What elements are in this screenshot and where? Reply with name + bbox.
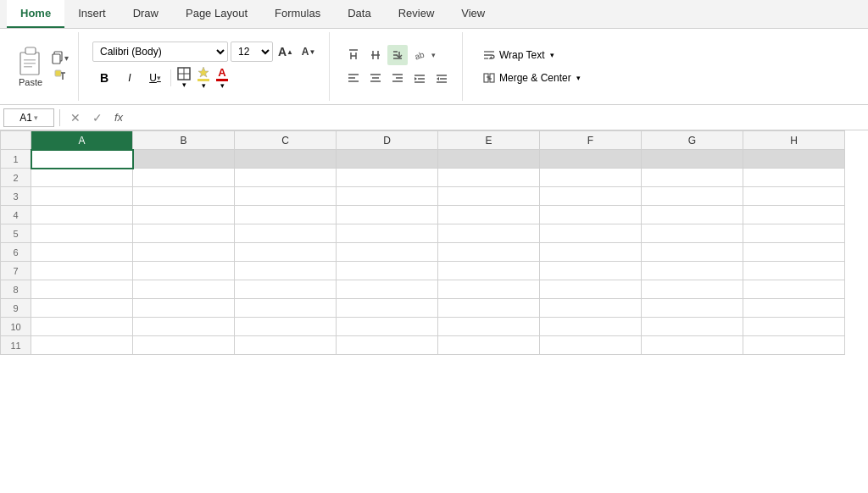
row-num-2[interactable]: 2 — [1, 169, 31, 187]
copy-button[interactable]: ▾ — [48, 49, 71, 66]
cell-E8[interactable] — [438, 280, 540, 299]
merge-center-button[interactable]: Merge & Center ▾ — [476, 68, 587, 88]
align-middle-button[interactable] — [365, 45, 386, 65]
cell-C10[interactable] — [235, 318, 337, 336]
format-painter-button[interactable] — [48, 67, 71, 84]
cell-B10[interactable] — [133, 318, 235, 336]
row-num-6[interactable]: 6 — [1, 243, 31, 262]
align-bottom-button[interactable] — [387, 45, 408, 65]
cell-G9[interactable] — [642, 299, 743, 318]
cell-G7[interactable] — [642, 262, 743, 280]
tab-review[interactable]: Review — [385, 0, 448, 28]
cell-D1[interactable] — [337, 150, 438, 169]
cell-A6[interactable] — [31, 243, 133, 262]
row-num-11[interactable]: 11 — [1, 336, 31, 355]
cell-H8[interactable] — [743, 280, 845, 299]
fill-color-button[interactable]: ▾ — [195, 64, 212, 91]
col-header-a[interactable]: A — [31, 131, 133, 150]
cell-E10[interactable] — [438, 318, 540, 336]
cell-F7[interactable] — [540, 262, 642, 280]
align-right-button[interactable] — [387, 68, 408, 88]
cell-C1[interactable] — [235, 150, 337, 169]
cell-G10[interactable] — [642, 318, 743, 336]
align-left-button[interactable] — [343, 68, 364, 88]
cell-C11[interactable] — [235, 336, 337, 355]
cell-B6[interactable] — [133, 243, 235, 262]
row-num-4[interactable]: 4 — [1, 206, 31, 224]
cell-F6[interactable] — [540, 243, 642, 262]
cell-D6[interactable] — [337, 243, 438, 262]
cell-B3[interactable] — [133, 187, 235, 206]
cell-E9[interactable] — [438, 299, 540, 318]
cell-D3[interactable] — [337, 187, 438, 206]
cell-E3[interactable] — [438, 187, 540, 206]
cell-D8[interactable] — [337, 280, 438, 299]
cell-E1[interactable] — [438, 150, 540, 169]
cell-E11[interactable] — [438, 336, 540, 355]
cell-E7[interactable] — [438, 262, 540, 280]
font-name-select[interactable]: Calibri (Body) Arial Times New Roman — [92, 42, 228, 62]
cell-B1[interactable] — [133, 150, 235, 169]
font-size-select[interactable]: 12 10 11 14 16 18 — [231, 42, 273, 62]
bold-button[interactable]: B — [92, 68, 116, 88]
cell-C6[interactable] — [235, 243, 337, 262]
cell-C3[interactable] — [235, 187, 337, 206]
cell-D9[interactable] — [337, 299, 438, 318]
tab-insert[interactable]: Insert — [64, 0, 120, 28]
font-decrease-button[interactable]: A▼ — [298, 42, 319, 62]
col-header-h[interactable]: H — [743, 131, 845, 150]
cell-E4[interactable] — [438, 206, 540, 224]
formula-confirm-button[interactable]: ✓ — [87, 108, 108, 128]
cell-G8[interactable] — [642, 280, 743, 299]
cell-B5[interactable] — [133, 224, 235, 243]
cell-B9[interactable] — [133, 299, 235, 318]
cell-A3[interactable] — [31, 187, 133, 206]
decrease-indent-button[interactable] — [409, 68, 430, 88]
cell-A9[interactable] — [31, 299, 133, 318]
row-num-10[interactable]: 10 — [1, 318, 31, 336]
cell-F8[interactable] — [540, 280, 642, 299]
align-center-button[interactable] — [365, 68, 386, 88]
wrap-text-button[interactable]: Wrap Text ▾ — [476, 45, 587, 65]
cell-F9[interactable] — [540, 299, 642, 318]
row-num-1[interactable]: 1 — [1, 150, 31, 169]
col-header-d[interactable]: D — [337, 131, 438, 150]
cell-H2[interactable] — [743, 169, 845, 187]
cell-C2[interactable] — [235, 169, 337, 187]
col-header-b[interactable]: B — [133, 131, 235, 150]
align-top-button[interactable] — [343, 45, 364, 65]
cell-D4[interactable] — [337, 206, 438, 224]
row-num-7[interactable]: 7 — [1, 262, 31, 280]
row-num-9[interactable]: 9 — [1, 299, 31, 318]
col-header-c[interactable]: C — [235, 131, 337, 150]
cell-H9[interactable] — [743, 299, 845, 318]
cell-H1[interactable] — [743, 150, 845, 169]
cell-H11[interactable] — [743, 336, 845, 355]
cell-A4[interactable] — [31, 206, 133, 224]
cell-H3[interactable] — [743, 187, 845, 206]
row-num-8[interactable]: 8 — [1, 280, 31, 299]
tab-data[interactable]: Data — [334, 0, 384, 28]
formula-input[interactable] — [130, 108, 865, 127]
cell-A5[interactable] — [31, 224, 133, 243]
formula-cancel-button[interactable]: ✕ — [65, 108, 86, 128]
cell-A10[interactable] — [31, 318, 133, 336]
cell-B8[interactable] — [133, 280, 235, 299]
cell-A1[interactable] — [31, 150, 133, 169]
cell-G1[interactable] — [642, 150, 743, 169]
tab-page-layout[interactable]: Page Layout — [172, 0, 261, 28]
text-orientation-button[interactable]: ab — [409, 45, 430, 65]
cell-C4[interactable] — [235, 206, 337, 224]
cell-A7[interactable] — [31, 262, 133, 280]
cell-G3[interactable] — [642, 187, 743, 206]
cell-C7[interactable] — [235, 262, 337, 280]
cell-G5[interactable] — [642, 224, 743, 243]
cell-B7[interactable] — [133, 262, 235, 280]
font-increase-button[interactable]: A▲ — [275, 42, 296, 62]
cell-E5[interactable] — [438, 224, 540, 243]
cell-D5[interactable] — [337, 224, 438, 243]
cell-D10[interactable] — [337, 318, 438, 336]
tab-view[interactable]: View — [448, 0, 498, 28]
cell-D11[interactable] — [337, 336, 438, 355]
cell-C9[interactable] — [235, 299, 337, 318]
